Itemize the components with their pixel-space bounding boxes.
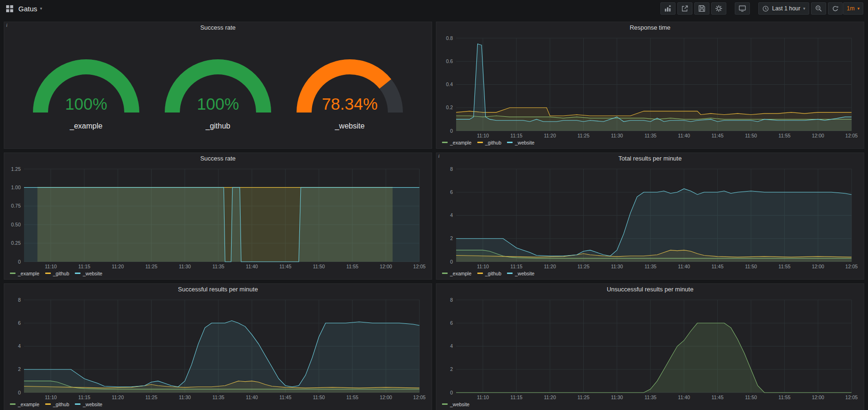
zoom-out-icon: [815, 5, 822, 12]
success-rate-chart[interactable]: 00.250.500.751.001.2511:1011:1511:2011:2…: [7, 164, 429, 270]
panel-title[interactable]: Successful results per minute: [4, 284, 432, 295]
navbar-right: Last 1 hour ▾ 1m ▾: [660, 2, 863, 15]
settings-button[interactable]: [711, 2, 726, 15]
svg-text:11:45: 11:45: [712, 264, 724, 269]
chart-legend: _example_github_website: [436, 139, 864, 148]
svg-text:11:35: 11:35: [644, 264, 657, 269]
svg-text:8: 8: [18, 297, 21, 303]
refresh-interval-label: 1m: [847, 5, 855, 12]
svg-text:11:30: 11:30: [179, 264, 191, 269]
legend-color-dash: [45, 403, 51, 405]
svg-text:6: 6: [450, 320, 453, 326]
svg-text:11:55: 11:55: [779, 264, 791, 269]
legend-item-example[interactable]: _example: [10, 271, 40, 276]
svg-text:11:15: 11:15: [78, 264, 90, 269]
legend-item-example[interactable]: _example: [10, 402, 40, 407]
svg-text:11:30: 11:30: [611, 133, 623, 138]
legend-series-name: _github: [485, 271, 501, 276]
gauge-arc-svg: 100%: [25, 48, 147, 121]
legend-item-github[interactable]: _github: [477, 140, 501, 145]
refresh-icon: [832, 5, 839, 12]
info-icon[interactable]: i: [6, 23, 8, 28]
panel-title[interactable]: Success rate: [4, 22, 432, 33]
svg-text:4: 4: [450, 212, 453, 218]
panel-title[interactable]: Success rate: [4, 153, 432, 164]
svg-text:11:15: 11:15: [78, 394, 90, 400]
svg-text:11:50: 11:50: [745, 133, 757, 138]
svg-text:11:20: 11:20: [112, 394, 124, 400]
panel-total-results: i Total results per minute 0246811:1011:…: [436, 153, 864, 280]
legend-series-name: _example: [450, 271, 472, 276]
svg-text:11:40: 11:40: [246, 264, 258, 269]
svg-text:11:35: 11:35: [644, 133, 657, 138]
svg-text:12:00: 12:00: [812, 264, 824, 269]
legend-series-name: _example: [18, 402, 40, 407]
legend-color-dash: [477, 273, 483, 274]
legend-item-website[interactable]: _website: [442, 402, 469, 407]
add-panel-icon: [664, 5, 672, 12]
legend-item-website[interactable]: _website: [507, 271, 534, 276]
legend-item-github[interactable]: _github: [45, 271, 69, 276]
svg-text:11:20: 11:20: [544, 394, 556, 400]
unsuccessful-results-chart[interactable]: 0246811:1011:1511:2011:2511:3011:3511:40…: [439, 295, 861, 401]
gauge-value: 100%: [65, 95, 107, 113]
legend-color-dash: [442, 142, 448, 143]
svg-text:11:25: 11:25: [145, 394, 158, 400]
svg-text:11:55: 11:55: [346, 394, 359, 400]
svg-text:11:40: 11:40: [246, 394, 258, 400]
legend-series-name: _website: [83, 271, 102, 276]
svg-text:11:35: 11:35: [212, 264, 225, 269]
legend-item-website[interactable]: _website: [75, 271, 102, 276]
chart-canvas: 0246811:1011:1511:2011:2511:3011:3511:40…: [439, 295, 861, 401]
svg-text:12:00: 12:00: [812, 394, 824, 400]
svg-text:11:10: 11:10: [477, 133, 489, 138]
dashboard-grid-button[interactable]: [5, 4, 15, 14]
chart-canvas: 0246811:1011:1511:2011:2511:3011:3511:40…: [439, 164, 861, 270]
legend-series-name: _github: [53, 402, 69, 407]
chevron-down-icon: ▾: [803, 7, 805, 11]
time-range-button[interactable]: Last 1 hour ▾: [758, 2, 809, 15]
legend-item-github[interactable]: _github: [477, 271, 501, 276]
panel-title[interactable]: Unsuccessful results per minute: [436, 284, 864, 295]
svg-text:11:20: 11:20: [112, 264, 124, 269]
chart-legend: _website: [436, 401, 864, 410]
save-button[interactable]: [694, 2, 709, 15]
add-panel-button[interactable]: [660, 2, 675, 15]
svg-text:11:55: 11:55: [779, 394, 791, 400]
legend-item-website[interactable]: _website: [75, 402, 102, 407]
total-results-chart[interactable]: 0246811:1011:1511:2011:2511:3011:3511:40…: [439, 164, 861, 270]
panel-unsuccessful-results: Unsuccessful results per minute 0246811:…: [436, 283, 864, 410]
refresh-button[interactable]: [828, 2, 843, 15]
info-icon[interactable]: i: [438, 153, 440, 159]
svg-text:0.50: 0.50: [11, 222, 21, 227]
svg-text:4: 4: [450, 343, 453, 349]
legend-item-example[interactable]: _example: [442, 271, 472, 276]
svg-text:11:25: 11:25: [145, 264, 158, 269]
chevron-down-icon: ▾: [40, 7, 42, 11]
legend-item-github[interactable]: _github: [45, 402, 69, 407]
svg-text:0.25: 0.25: [11, 240, 21, 246]
svg-text:11:10: 11:10: [45, 394, 57, 400]
legend-item-website[interactable]: _website: [507, 140, 534, 145]
svg-text:2: 2: [450, 366, 453, 372]
legend-item-example[interactable]: _example: [442, 140, 472, 145]
svg-text:12:00: 12:00: [812, 133, 824, 138]
refresh-interval-button[interactable]: 1m ▾: [843, 2, 863, 15]
svg-text:11:45: 11:45: [712, 394, 724, 400]
panel-title[interactable]: Total results per minute: [436, 153, 864, 164]
chart-legend: _example_github_website: [4, 270, 432, 279]
clock-icon: [762, 5, 769, 12]
response-time-chart[interactable]: 00.20.40.60.811:1011:1511:2011:2511:3011…: [439, 33, 861, 139]
svg-text:11:40: 11:40: [678, 394, 690, 400]
svg-text:4: 4: [18, 343, 21, 349]
navbar: Gatus ▾: [0, 0, 868, 17]
successful-results-chart[interactable]: 0246811:1011:1511:2011:2511:3011:3511:40…: [7, 295, 429, 401]
share-button[interactable]: [677, 2, 692, 15]
panel-title[interactable]: Response time: [436, 22, 864, 33]
dashboard-title-button[interactable]: Gatus ▾: [18, 5, 42, 13]
gauge-example: 100% _example: [25, 48, 147, 130]
cycle-view-button[interactable]: [735, 2, 750, 15]
svg-text:2: 2: [450, 235, 453, 241]
legend-series-name: _example: [18, 271, 40, 276]
zoom-out-button[interactable]: [811, 2, 826, 15]
